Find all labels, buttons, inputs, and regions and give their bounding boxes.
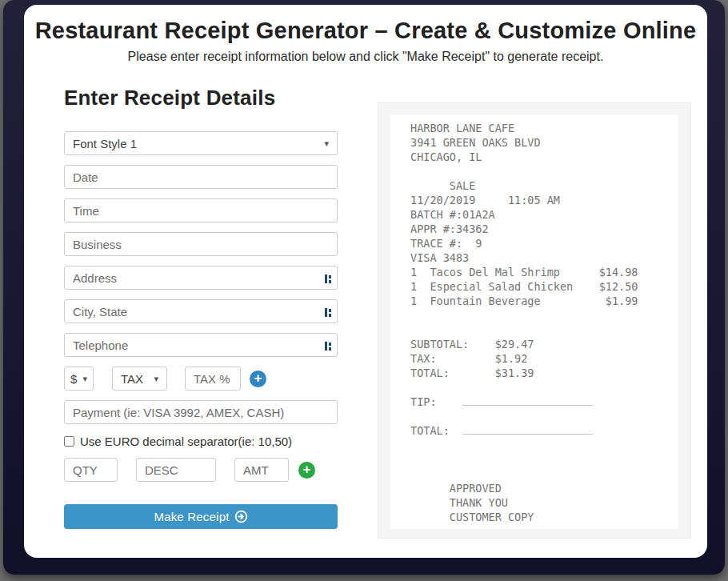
make-receipt-label: Make Receipt	[154, 510, 229, 523]
font-style-select[interactable]: Font Style 1 ▾	[64, 131, 338, 155]
receipt-line-text: 1 Especial Salad Chicken $12.50	[410, 280, 638, 293]
tax-type-select[interactable]: TAX ▾	[112, 367, 167, 391]
receipt-line: 1 Especial Salad Chicken $12.50	[410, 279, 672, 294]
chevron-down-icon: ▾	[82, 375, 87, 383]
input-detail-icon	[325, 307, 332, 316]
content-card: Restaurant Receipt Generator – Create & …	[24, 5, 707, 558]
tax-percent-input[interactable]	[185, 367, 241, 391]
fill-in-line	[462, 395, 593, 406]
receipt-preview-panel: HARBOR LANE CAFE 3941 GREEN OAKS BLVD CH…	[378, 102, 691, 539]
receipt-line: VISA 3483	[410, 250, 672, 265]
receipt-line	[410, 438, 672, 452]
page-background: Restaurant Receipt Generator – Create & …	[3, 0, 725, 575]
receipt-line: 1 Tacos Del Mal Shrimp $14.98	[410, 265, 672, 279]
fill-in-line	[462, 424, 593, 435]
receipt-line: TAX: $1.92	[410, 351, 672, 366]
receipt-line-text: TRACE #: 9	[410, 237, 482, 250]
euro-separator-checkbox[interactable]	[64, 436, 74, 447]
payment-input[interactable]	[64, 400, 338, 424]
euro-separator-row: Use EURO decimal separator(ie: 10,50)	[64, 434, 338, 448]
receipt-line	[410, 323, 672, 337]
arrow-forward-circle-icon	[234, 510, 248, 523]
receipt-details-form: Enter Receipt Details Font Style 1 ▾	[64, 86, 338, 529]
make-receipt-button[interactable]: Make Receipt	[64, 504, 338, 529]
currency-value: $	[70, 372, 77, 386]
page-title: Restaurant Receipt Generator – Create & …	[32, 18, 699, 44]
receipt-line-text: SALE	[410, 179, 475, 192]
input-detail-icon	[325, 340, 332, 350]
form-text-input[interactable]	[64, 232, 338, 256]
receipt-line	[410, 164, 672, 178]
receipt-line: APPR #:34362	[410, 222, 672, 236]
receipt-line-text: CUSTOMER COPY	[410, 511, 534, 523]
receipt-line-text: 11/20/2019 11:05 AM	[410, 194, 560, 206]
receipt-line-text: APPROVED	[410, 482, 502, 495]
receipt-line-text: TOTAL:	[410, 424, 462, 437]
form-text-input[interactable]	[64, 198, 338, 222]
currency-select[interactable]: $ ▾	[64, 367, 94, 391]
restaurant-receipt-generator-page: { "page": { "title": "Restaurant Receipt…	[0, 0, 728, 581]
form-text-input[interactable]	[64, 299, 338, 323]
receipt-line: SALE	[410, 178, 672, 193]
add-tax-button[interactable]: +	[250, 371, 266, 387]
input-detail-icon	[325, 273, 332, 282]
form-heading: Enter Receipt Details	[64, 86, 338, 110]
form-text-input[interactable]	[64, 333, 338, 357]
receipt-line: 1 Fountain Beverage $1.99	[410, 294, 672, 308]
text-fields-list	[64, 165, 338, 357]
receipt-line-text: THANK YOU	[410, 496, 508, 509]
receipt-line	[410, 409, 672, 423]
receipt-line	[410, 467, 672, 481]
receipt-line-text: TAX: $1.92	[410, 352, 527, 365]
form-text-input[interactable]	[64, 266, 338, 290]
receipt-line: SUBTOTAL: $29.47	[410, 337, 672, 351]
receipt-paper: HARBOR LANE CAFE 3941 GREEN OAKS BLVD CH…	[390, 114, 678, 529]
receipt-line: THANK YOU	[410, 495, 672, 510]
receipt-line: APPROVED	[410, 481, 672, 495]
tax-type-value: TAX	[121, 372, 143, 386]
receipt-line-text: 1 Fountain Beverage $1.99	[410, 295, 638, 307]
receipt-line	[410, 380, 672, 395]
receipt-line: CHICAGO, IL	[410, 150, 672, 164]
receipt-line	[410, 308, 672, 323]
receipt-line: 11/20/2019 11:05 AM	[410, 193, 672, 207]
euro-separator-label: Use EURO decimal separator(ie: 10,50)	[80, 435, 292, 448]
receipt-line: CUSTOMER COPY	[410, 510, 672, 524]
font-style-value: Font Style 1	[73, 137, 137, 150]
description-input[interactable]	[136, 458, 216, 482]
chevron-down-icon: ▾	[324, 139, 329, 148]
receipt-line-text: HARBOR LANE CAFE	[410, 122, 514, 134]
line-item-row: +	[64, 458, 338, 482]
chevron-down-icon: ▾	[154, 375, 158, 383]
receipt-line-text: VISA 3483	[410, 251, 469, 264]
quantity-input[interactable]	[64, 458, 118, 482]
receipt-line: HARBOR LANE CAFE	[410, 121, 672, 135]
receipt-line-text: BATCH #:01A2A	[410, 208, 495, 221]
page-subtitle: Please enter receipt information below a…	[32, 50, 699, 64]
tax-row: $ ▾ TAX ▾ +	[64, 367, 338, 391]
receipt-line: TOTAL: $31.39	[410, 366, 672, 380]
receipt-line-text: 1 Tacos Del Mal Shrimp $14.98	[410, 266, 638, 278]
receipt-line: TRACE #: 9	[410, 236, 672, 250]
receipt-line-text: TOTAL: $31.39	[410, 367, 534, 379]
receipt-line: TIP:	[410, 395, 672, 409]
receipt-line	[410, 452, 672, 467]
plus-icon: +	[303, 463, 311, 476]
add-item-button[interactable]: +	[298, 462, 315, 479]
receipt-line-text: APPR #:34362	[410, 222, 489, 235]
receipt-line: 3941 GREEN OAKS BLVD	[410, 135, 672, 150]
receipt-line: BATCH #:01A2A	[410, 207, 672, 222]
receipt-line-text: SUBTOTAL: $29.47	[410, 338, 534, 351]
receipt-line-text: 3941 GREEN OAKS BLVD	[410, 136, 541, 149]
amount-input[interactable]	[234, 458, 289, 482]
receipt-line: TOTAL:	[410, 423, 672, 438]
form-text-input[interactable]	[64, 165, 338, 189]
plus-icon: +	[254, 371, 262, 385]
receipt-line-text: TIP:	[410, 395, 462, 408]
receipt-line-text: CHICAGO, IL	[410, 150, 482, 163]
